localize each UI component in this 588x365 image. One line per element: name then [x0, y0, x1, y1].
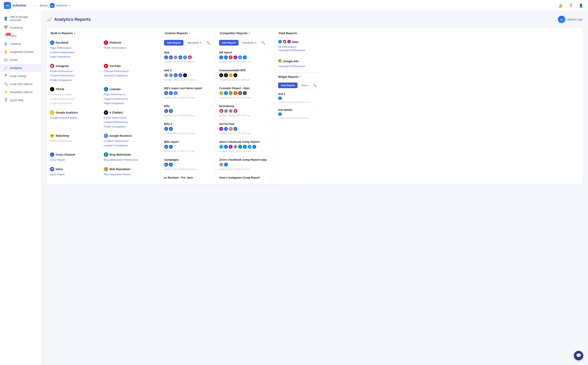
analytics-title-icon: 📈: [47, 17, 52, 22]
widget-search-button[interactable]: 🔍: [312, 82, 318, 88]
cross-report[interactable]: Cross Report: [50, 158, 104, 162]
twitter-content-performance[interactable]: Content Performance: [104, 120, 158, 124]
competitor-info-icon[interactable]: ℹ: [249, 32, 250, 35]
linkedin-page-comparison[interactable]: Page Comparison: [104, 101, 158, 105]
custom-report-campaigns[interactable]: Campaigns ec in Created: Nov 24, 2021 08…: [161, 155, 216, 173]
sidebar-item-analytics[interactable]: 📈 Analytics: [0, 64, 41, 72]
sidebar-item-reputation[interactable]: ⭐ Reputation Add-on: [0, 88, 41, 96]
widget-menu-button[interactable]: ⋮: [316, 93, 320, 96]
report-menu-button[interactable]: ⋮: [269, 51, 272, 54]
custom-report-ec-reviews[interactable]: ec Reviews - For Jenn ⋮: [161, 173, 216, 184]
report-menu-button[interactable]: ⋮: [210, 140, 213, 144]
google-ads-icons: G: [278, 59, 282, 63]
competitor-sort-dropdown[interactable]: Alphabetic ▾: [240, 40, 258, 46]
widget-sort-dropdown[interactable]: Sort ▾: [299, 83, 310, 88]
report-menu-button[interactable]: ⋮: [210, 176, 213, 180]
facebook-content-performance[interactable]: Content Performance: [50, 50, 104, 54]
avatar-teal: ●: [238, 145, 242, 149]
sidebar-item-localseo[interactable]: 🔍 Local SEO Add-on: [0, 80, 41, 88]
meta-ad-performance[interactable]: Ad Performance: [278, 45, 319, 48]
widget-add-report-button[interactable]: Add Report: [278, 83, 298, 88]
comp-report-cosmetic[interactable]: Cosmetic Report - Stan A f ● ● ● ● Creat…: [216, 84, 275, 102]
widget-info-icon[interactable]: ℹ: [300, 75, 301, 78]
upload-logo-button[interactable]: ec Upload Logo: [558, 16, 582, 23]
comp-report-dermanuva[interactable]: Dermanuva ◉ 👤 👤 ◉ Created: Mar 08, 2021 …: [216, 102, 275, 120]
builtin-info-icon[interactable]: ℹ: [74, 32, 75, 35]
widget-menu-button[interactable]: ⋮: [316, 109, 320, 112]
youtube-channel-comparison[interactable]: Channel Comparison: [104, 74, 158, 77]
custom-add-report-button[interactable]: Add Report: [164, 40, 184, 46]
google-ads-campaign-performance[interactable]: Campaign Performance: [278, 65, 319, 68]
widget-report-test2[interactable]: test 2 f Created: Dec 26, 2023 12:57 pm …: [275, 90, 322, 106]
gbusiness-location-performance[interactable]: Location Performance: [104, 139, 158, 143]
facebook-page-performance[interactable]: Page Performance: [50, 46, 104, 50]
gbusiness-location-comparison[interactable]: Location Comparison: [104, 144, 158, 147]
comp-report-commonwealth[interactable]: Commonwealth RFP ✕ ✕ ● ✕ Created: Jan 13…: [216, 66, 275, 84]
youtube-channel-performance[interactable]: Channel Performance: [104, 69, 158, 73]
report-menu-button[interactable]: ⋮: [269, 140, 272, 144]
report-menu-button[interactable]: ⋮: [210, 158, 213, 162]
report-menu-button[interactable]: ⋮: [210, 69, 213, 72]
meta-campaign-performance[interactable]: Campaign Performance: [278, 49, 319, 52]
report-menu-button[interactable]: ⋮: [210, 51, 213, 54]
sidebar-item-inbox[interactable]: ✉️ Inbox 99+: [0, 32, 41, 40]
sidebar-item-accounts[interactable]: 👤 Add & Manage Accounts: [0, 13, 41, 24]
sidebar-item-listening[interactable]: 📡 Listening: [0, 40, 41, 48]
twitter-profile-comparison[interactable]: Profile Comparison: [104, 125, 158, 129]
instagram-profile-comparison[interactable]: Profile Comparison: [50, 78, 104, 82]
custom-report-bills-report[interactable]: Bills report ec f Created: Oct 22, 2021 …: [161, 138, 216, 155]
comp-report-jenn-fb[interactable]: Jenn's Facebook Comp Report t f ● 👤 ● f …: [216, 138, 275, 155]
twitter-profile-performance[interactable]: Profile Performance: [104, 116, 158, 120]
report-menu-button[interactable]: ⋮: [269, 122, 272, 126]
custom-report-bills[interactable]: Bills ec in Created: Mar 04, 2022 05:41 …: [161, 102, 216, 120]
sidebar-item-publishing[interactable]: 📅 Publishing: [0, 24, 41, 32]
brand-selector[interactable]: Brand: ec eclincher ▾: [40, 3, 70, 8]
sidebar-item-local[interactable]: 📍 Local Listings: [0, 72, 41, 80]
report-menu-button[interactable]: ⋮: [269, 69, 272, 72]
bing-webmaster-performance[interactable]: Bing Webmaster Performance: [104, 158, 158, 162]
web-reputation-report[interactable]: Web Reputation Report: [104, 172, 158, 176]
inbox-report[interactable]: Inbox Report: [50, 172, 104, 176]
chat-button[interactable]: 💬: [574, 351, 583, 360]
sidebar-item-help[interactable]: ❓ Quick Help: [0, 96, 41, 104]
user-menu-button[interactable]: 👤: [578, 2, 584, 9]
app-logo[interactable]: ec eclincher: [4, 2, 26, 9]
instagram-content-performance[interactable]: Content Performance: [50, 74, 104, 77]
custom-report-alek[interactable]: alek f ec 👤 ec t ◉ Created: Dec 06, 2022…: [161, 48, 216, 66]
report-menu-button[interactable]: ⋮: [269, 158, 272, 162]
report-menu-button[interactable]: ⋮: [210, 105, 213, 108]
sidebar-item-suggested[interactable]: 💡 Suggested Content: [0, 48, 41, 56]
comp-report-getfit[interactable]: Get Fit Fast ● f b f Created: Nov 04, 20…: [216, 120, 275, 138]
custom-search-button[interactable]: 🔍: [205, 40, 211, 46]
avatar-fb: f: [224, 91, 228, 95]
competitor-add-report-button[interactable]: Add Report: [219, 40, 238, 46]
top-nav: ec eclincher ← Brand: ec eclincher ▾ 🔔 ❓…: [0, 0, 588, 11]
help-button[interactable]: ❓: [567, 2, 574, 9]
widget-report-testwwww[interactable]: test wwww f Created: Dec 26, 2023 12:52 …: [275, 106, 322, 122]
report-menu-button[interactable]: ⋮: [210, 122, 213, 126]
sidebar-item-feeds[interactable]: 📰 Feeds: [0, 56, 41, 64]
widget-toolbar: Add Report Sort ▾ 🔍: [275, 81, 322, 90]
comp-report-bill[interactable]: bill report f f ● ● ● f Created: Nov 15,…: [216, 48, 275, 66]
custom-sort-dropdown[interactable]: Alphabetic ▾: [185, 40, 204, 46]
comp-report-jenn-fb-copy[interactable]: Jenn's Facebook Comp Report-copy 📍 f Cre…: [216, 155, 275, 173]
pinterest-profile-performance[interactable]: Profile Performance: [104, 46, 158, 50]
custom-report-alek2[interactable]: alek 2 👤 👤 ec ec ✕ Created: Dec 06, 2022…: [161, 66, 216, 84]
notifications-button[interactable]: 🔔: [557, 2, 564, 9]
comp-report-jenn-ig[interactable]: Jenn's Instagram Comp Report ⋮: [216, 173, 275, 184]
linkedin-content-performance[interactable]: Content Performance: [104, 97, 158, 101]
custom-report-bills-demo[interactable]: Bill's super cool demo report ec f G Cre…: [161, 84, 216, 102]
report-menu-button[interactable]: ⋮: [269, 87, 272, 90]
report-menu-button[interactable]: ⋮: [269, 105, 272, 108]
back-button[interactable]: ←: [33, 3, 37, 8]
instagram-profile-performance[interactable]: Profile Performance: [50, 69, 104, 73]
platform-pinterest: P Pinterest Profile Performance: [104, 41, 158, 60]
custom-report-bills2[interactable]: Bills 2 ec in Created: Mar 04, 2022 11:4…: [161, 120, 216, 138]
report-menu-button[interactable]: ⋮: [210, 87, 213, 90]
linkedin-page-performance[interactable]: Page Performance: [104, 92, 158, 97]
competitor-search-button[interactable]: 🔍: [260, 40, 266, 46]
custom-info-icon[interactable]: ℹ: [189, 32, 190, 35]
facebook-page-comparison[interactable]: Page Comparison: [50, 55, 104, 59]
report-menu-button[interactable]: ⋮: [269, 176, 272, 180]
google-analytics-report[interactable]: Google Analytics Report: [50, 116, 104, 120]
